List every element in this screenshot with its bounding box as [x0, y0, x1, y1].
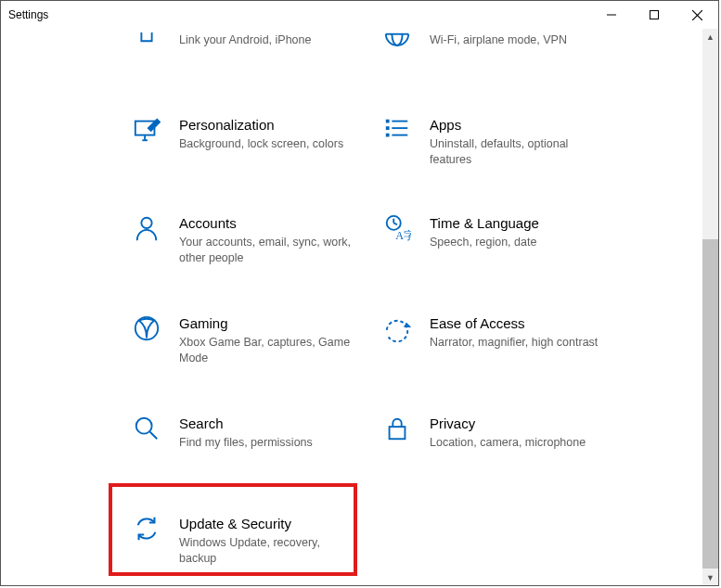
tile-accounts[interactable]: Accounts Your accounts, email, sync, wor…: [131, 214, 372, 266]
svg-line-21: [150, 432, 158, 440]
svg-rect-8: [386, 120, 390, 123]
tile-heading: Privacy: [430, 415, 586, 433]
tile-privacy[interactable]: Privacy Location, camera, microphone: [381, 415, 623, 451]
tile-sub: Windows Update, recovery, backup: [179, 535, 355, 567]
tile-search[interactable]: Search Find my files, permissions: [131, 415, 372, 451]
tile-sub: Uninstall, defaults, optional features: [430, 136, 606, 168]
svg-text:A字: A字: [395, 229, 411, 242]
svg-point-20: [136, 418, 152, 434]
tile-phone[interactable]: Link your Android, iPhone: [131, 31, 372, 62]
settings-content[interactable]: Link your Android, iPhone Wi-Fi, airplan…: [1, 29, 702, 585]
svg-rect-11: [392, 127, 407, 129]
svg-point-14: [141, 218, 151, 228]
tile-heading: Ease of Access: [430, 314, 598, 333]
person-icon: [131, 214, 162, 246]
tile-ease-of-access[interactable]: Ease of Access Narrator, magnifier, high…: [381, 314, 623, 351]
lock-icon: [381, 415, 413, 446]
maximize-button[interactable]: [633, 1, 676, 29]
window-title: Settings: [8, 8, 48, 21]
settings-window: Settings Li: [0, 0, 719, 586]
time-language-icon: A字: [381, 214, 413, 246]
tile-heading: Update & Security: [179, 515, 355, 533]
tile-heading: Gaming: [179, 314, 355, 333]
tile-sub: Narrator, magnifier, high contrast: [430, 335, 598, 351]
scroll-track[interactable]: [702, 45, 718, 569]
tile-heading: Accounts: [179, 214, 355, 233]
scroll-down-arrow[interactable]: ▼: [702, 569, 718, 585]
svg-rect-10: [386, 126, 390, 130]
svg-rect-9: [392, 121, 407, 122]
search-icon: [131, 415, 162, 446]
tile-sub: Background, lock screen, colors: [179, 136, 343, 152]
globe-icon: [381, 31, 413, 62]
svg-rect-13: [392, 134, 407, 136]
minimize-button[interactable]: [590, 1, 633, 29]
tile-heading: Search: [179, 415, 313, 433]
apps-icon: [381, 116, 413, 147]
tile-apps[interactable]: Apps Uninstall, defaults, optional featu…: [381, 116, 623, 168]
tile-gaming[interactable]: Gaming Xbox Game Bar, captures, Game Mod…: [131, 314, 372, 366]
titlebar[interactable]: Settings: [1, 1, 718, 29]
tile-network[interactable]: Wi-Fi, airplane mode, VPN: [381, 31, 623, 62]
tile-update-security[interactable]: Update & Security Windows Update, recove…: [131, 515, 372, 567]
svg-rect-22: [390, 427, 406, 439]
phone-icon: [131, 31, 162, 62]
sync-icon: [131, 515, 162, 546]
personalization-icon: [131, 116, 162, 147]
tile-sub: Your accounts, email, sync, work, other …: [179, 235, 355, 266]
xbox-icon: [131, 314, 162, 346]
svg-rect-1: [650, 11, 659, 19]
ease-of-access-icon: [381, 314, 413, 346]
window-controls: [590, 1, 718, 29]
vertical-scrollbar[interactable]: ▲ ▼: [702, 29, 718, 585]
tile-sub: Wi-Fi, airplane mode, VPN: [430, 32, 567, 48]
tile-time-language[interactable]: A字 Time & Language Speech, region, date: [381, 214, 623, 250]
tile-sub: Find my files, permissions: [179, 435, 313, 451]
tile-personalization[interactable]: Personalization Background, lock screen,…: [131, 116, 372, 152]
scroll-up-arrow[interactable]: ▲: [702, 29, 718, 45]
close-button[interactable]: [676, 1, 718, 29]
svg-rect-12: [386, 134, 390, 137]
tile-sub: Link your Android, iPhone: [179, 32, 311, 48]
tile-heading: Personalization: [179, 116, 343, 134]
tile-sub: Speech, region, date: [430, 235, 539, 250]
scroll-thumb[interactable]: [702, 239, 718, 569]
tile-sub: Location, camera, microphone: [430, 435, 586, 451]
tile-heading: Apps: [430, 116, 606, 134]
tile-sub: Xbox Game Bar, captures, Game Mode: [179, 335, 355, 366]
svg-line-17: [393, 223, 397, 224]
tile-heading: Time & Language: [430, 214, 539, 233]
